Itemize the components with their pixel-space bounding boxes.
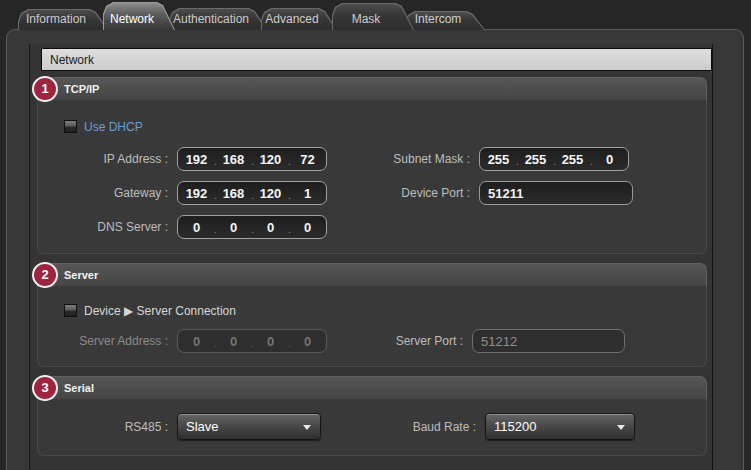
network-tab-panel: Network 1 TCP/IP Use DHCP IP Address : 1… xyxy=(6,29,744,470)
tab-label: Network xyxy=(103,12,161,26)
device-port-label: Device Port : xyxy=(340,186,479,200)
server-connection-checkbox[interactable] xyxy=(64,304,77,317)
ip-octet-2[interactable]: 0 xyxy=(215,216,252,238)
tab-advanced[interactable]: Advanced xyxy=(261,8,337,30)
subnet-mask-label: Subnet Mask : xyxy=(340,152,479,166)
tab-bar: Information Network Authentication Advan… xyxy=(0,0,751,30)
section-number-badge: 1 xyxy=(32,76,58,102)
server-port-label: Server Port : xyxy=(333,334,472,348)
section-number-badge: 3 xyxy=(32,375,58,401)
section-serial-header: 3 Serial xyxy=(37,376,707,400)
page-title: Network xyxy=(41,48,712,71)
subnet-mask-input[interactable]: 255 255 255 0 xyxy=(479,147,629,171)
rs485-field: RS485 : Slave xyxy=(38,413,321,440)
subnet-mask-field: Subnet Mask : 255 255 255 0 xyxy=(340,147,629,171)
server-address-label: Server Address : xyxy=(38,334,177,348)
server-address-input[interactable]: 0 0 0 0 xyxy=(177,329,327,353)
section-title: Serial xyxy=(64,382,94,394)
section-tcpip-header: 1 TCP/IP xyxy=(37,77,707,101)
tab-label: Advanced xyxy=(261,12,323,26)
tab-information[interactable]: Information xyxy=(18,9,108,30)
section-tcpip-body: Use DHCP IP Address : 192 168 120 72 Sub… xyxy=(37,101,707,254)
ip-octet-3[interactable]: 0 xyxy=(252,216,289,238)
ip-octet-4[interactable]: 0 xyxy=(289,216,326,238)
ip-address-input[interactable]: 192 168 120 72 xyxy=(177,147,327,171)
gateway-field: Gateway : 192 168 120 1 xyxy=(38,181,327,205)
ip-octet-1[interactable]: 0 xyxy=(178,216,215,238)
ip-octet-4[interactable]: 0 xyxy=(289,330,326,352)
section-tcpip: 1 TCP/IP Use DHCP IP Address : 192 168 1… xyxy=(37,77,707,254)
chevron-down-icon xyxy=(617,425,625,430)
baud-rate-dropdown[interactable]: 115200 xyxy=(485,413,635,440)
network-content-area: Network 1 TCP/IP Use DHCP IP Address : 1… xyxy=(29,44,713,470)
server-port-field: Server Port : 51212 xyxy=(333,329,625,353)
ip-address-field: IP Address : 192 168 120 72 xyxy=(38,147,327,171)
tab-label: Information xyxy=(18,12,94,26)
dns-server-input[interactable]: 0 0 0 0 xyxy=(177,215,327,239)
ip-octet-1[interactable]: 0 xyxy=(178,330,215,352)
section-serial: 3 Serial RS485 : Slave Baud Rate : 11520… xyxy=(37,376,707,456)
ip-octet-2[interactable]: 0 xyxy=(215,330,252,352)
server-connection-label: Device ▶ Server Connection xyxy=(84,304,236,318)
ip-octet-3[interactable]: 0 xyxy=(252,330,289,352)
device-port-input[interactable]: 51211 xyxy=(479,181,633,205)
ip-octet-3[interactable]: 120 xyxy=(252,148,289,170)
server-connection-row: Device ▶ Server Connection xyxy=(64,303,236,318)
ip-octet-1[interactable]: 192 xyxy=(178,148,215,170)
section-number-badge: 2 xyxy=(32,262,58,288)
section-title: TCP/IP xyxy=(64,83,99,95)
tab-network[interactable]: Network xyxy=(103,2,175,30)
ip-octet-3[interactable]: 120 xyxy=(252,182,289,204)
ip-octet-4[interactable]: 0 xyxy=(591,148,628,170)
gateway-input[interactable]: 192 168 120 1 xyxy=(177,181,327,205)
ip-octet-2[interactable]: 255 xyxy=(517,148,554,170)
tab-intercom[interactable]: Intercom xyxy=(405,11,485,30)
tab-authentication[interactable]: Authentication xyxy=(169,8,267,30)
rs485-label: RS485 : xyxy=(38,420,177,434)
use-dhcp-row: Use DHCP xyxy=(64,119,143,134)
baud-rate-label: Baud Rate : xyxy=(340,420,485,434)
baud-rate-field: Baud Rate : 115200 xyxy=(340,413,635,440)
ip-octet-4[interactable]: 1 xyxy=(289,182,326,204)
device-port-field: Device Port : 51211 xyxy=(340,181,633,205)
section-serial-body: RS485 : Slave Baud Rate : 115200 xyxy=(37,400,707,456)
use-dhcp-label: Use DHCP xyxy=(84,120,143,134)
ip-octet-1[interactable]: 192 xyxy=(178,182,215,204)
gateway-label: Gateway : xyxy=(38,186,177,200)
ip-octet-2[interactable]: 168 xyxy=(215,182,252,204)
section-server-body: Device ▶ Server Connection Server Addres… xyxy=(37,287,707,367)
dns-server-field: DNS Server : 0 0 0 0 xyxy=(38,215,327,239)
chevron-down-icon xyxy=(303,425,311,430)
rs485-selected-value: Slave xyxy=(186,419,219,434)
use-dhcp-checkbox[interactable] xyxy=(64,120,77,133)
server-address-field: Server Address : 0 0 0 0 xyxy=(38,329,327,353)
rs485-dropdown[interactable]: Slave xyxy=(177,413,321,440)
section-server-header: 2 Server xyxy=(37,263,707,287)
section-title: Server xyxy=(64,269,98,281)
dns-server-label: DNS Server : xyxy=(38,220,177,234)
tab-label: Mask xyxy=(332,12,400,26)
tab-mask[interactable]: Mask xyxy=(332,3,414,30)
section-server: 2 Server Device ▶ Server Connection Serv… xyxy=(37,263,707,367)
ip-octet-3[interactable]: 255 xyxy=(554,148,591,170)
ip-octet-1[interactable]: 255 xyxy=(480,148,517,170)
ip-octet-2[interactable]: 168 xyxy=(215,148,252,170)
tab-label: Intercom xyxy=(405,12,471,26)
server-port-input[interactable]: 51212 xyxy=(472,329,625,353)
ip-address-label: IP Address : xyxy=(38,152,177,166)
baud-rate-selected-value: 115200 xyxy=(494,419,536,434)
tab-label: Authentication xyxy=(169,12,253,26)
ip-octet-4[interactable]: 72 xyxy=(289,148,326,170)
